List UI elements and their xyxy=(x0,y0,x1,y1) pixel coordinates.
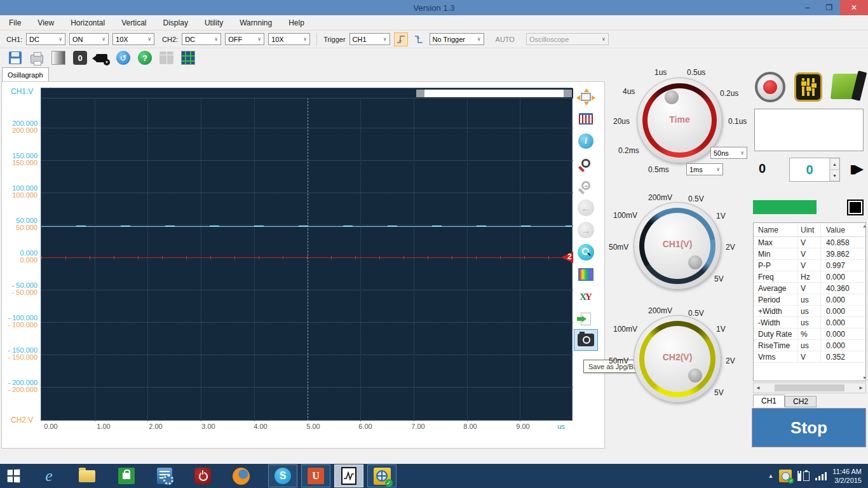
menu-horizontal[interactable]: Horizontal xyxy=(71,18,105,27)
menu-display[interactable]: Display xyxy=(163,18,188,27)
stop-button[interactable]: Stop xyxy=(752,408,866,447)
menu-view[interactable]: View xyxy=(37,18,54,27)
taskbar: e S U ✓ ▲ ✓ 11:46 AM 3/2/2015 xyxy=(0,464,868,488)
table-row: AverageV40.360 xyxy=(754,283,865,294)
ch1-label: CH1: xyxy=(6,36,22,43)
table-horizontal-scrollbar[interactable]: ◄ ► xyxy=(753,383,866,393)
ch1-volts-knob[interactable]: CH1(V) xyxy=(634,202,721,290)
close-button[interactable]: ✕ xyxy=(840,0,868,15)
menu-vertical[interactable]: Vertical xyxy=(121,18,146,27)
table-row: MinV39.862 xyxy=(754,248,865,260)
zoom-in-button[interactable] xyxy=(576,153,596,173)
counter-reset-button[interactable]: 0 xyxy=(72,50,88,65)
spinner-down-button[interactable]: ▼ xyxy=(830,170,839,181)
background-button[interactable] xyxy=(51,50,66,65)
ch2-volts-knob[interactable]: CH2(V) xyxy=(634,315,721,403)
save-button[interactable] xyxy=(8,50,23,65)
pan-scrollbar[interactable] xyxy=(41,88,573,98)
taskbar-oscilloscope-app[interactable] xyxy=(334,464,363,487)
trigger-mode-select[interactable]: No Trigger∨ xyxy=(430,33,484,45)
ch1-coupling-select[interactable]: DC∨ xyxy=(26,33,65,45)
taskbar-power[interactable] xyxy=(189,464,216,488)
scope-display[interactable]: 2 xyxy=(41,88,573,421)
taskbar-explorer[interactable] xyxy=(74,464,100,488)
clock-time: 11:46 AM xyxy=(832,467,862,476)
waveform-app-icon xyxy=(341,467,356,485)
ch1-attenuation-select[interactable]: 10X∨ xyxy=(112,33,154,45)
refresh-button[interactable]: ↺ xyxy=(116,50,131,65)
trigger-source-select[interactable]: CH1∨ xyxy=(349,33,390,45)
taskbar-reader-app[interactable]: U xyxy=(301,464,330,487)
ch2-state-select[interactable]: OFF∨ xyxy=(225,33,264,45)
color-swatch[interactable] xyxy=(847,200,864,215)
record-file-list[interactable] xyxy=(754,109,864,151)
timebase-coarse-select[interactable]: 1ms∨ xyxy=(686,163,723,175)
record-button[interactable] xyxy=(755,72,785,102)
ch2-coupling-select[interactable]: DC∨ xyxy=(182,33,221,45)
menu-file[interactable]: File xyxy=(9,18,21,27)
scroll-thumb xyxy=(775,384,844,391)
menu-warning[interactable]: Warnning xyxy=(240,18,272,27)
frame-spinner[interactable]: 0 ▲ ▼ xyxy=(789,158,840,182)
tray-globe-icon[interactable]: ✓ xyxy=(779,470,792,482)
rising-edge-button[interactable] xyxy=(394,32,408,46)
taskbar-globe-app[interactable]: ✓ xyxy=(367,464,397,487)
pan-handle-right[interactable] xyxy=(564,90,572,97)
windows-logo-icon xyxy=(8,469,20,482)
rising-edge-icon xyxy=(397,35,405,44)
table-vertical-scrollbar[interactable]: ▲ ▼ xyxy=(861,222,868,381)
minimize-button[interactable]: – xyxy=(797,0,818,15)
restore-button[interactable]: ❐ xyxy=(818,0,840,15)
store-icon xyxy=(118,468,135,484)
taskbar-store[interactable] xyxy=(113,464,140,488)
help-button[interactable]: ? xyxy=(137,50,153,65)
search-button[interactable] xyxy=(576,242,596,262)
action-toolbar: 0 ▾ ↺ ? xyxy=(0,48,868,67)
taskbar-skype[interactable]: S xyxy=(268,464,297,487)
menu-help[interactable]: Help xyxy=(288,18,304,27)
tray-power-icon[interactable] xyxy=(797,471,810,481)
tray-network-icon[interactable] xyxy=(815,472,827,480)
taskbar-ie[interactable]: e xyxy=(36,464,62,488)
titlebar: Version 1.3 – ❐ ✕ xyxy=(0,0,868,15)
info-button[interactable]: i xyxy=(576,131,596,151)
ch2-attenuation-select[interactable]: 10X∨ xyxy=(268,33,310,45)
save-icon xyxy=(9,51,22,64)
taskbar-settings[interactable] xyxy=(151,464,178,488)
ch2-knob-indicator xyxy=(688,369,702,383)
table-row: +Widthus0.000 xyxy=(754,306,865,317)
menu-utility[interactable]: Utility xyxy=(205,18,223,27)
tab-ch2[interactable]: CH2 xyxy=(785,396,817,407)
pan-tool-button[interactable] xyxy=(576,86,596,107)
grid-toggle-button[interactable] xyxy=(180,50,196,65)
tray-expand-icon[interactable]: ▲ xyxy=(768,473,773,479)
timebase-fine-select[interactable]: 50ns∨ xyxy=(710,147,747,159)
play-button[interactable]: ▮▶ xyxy=(850,161,862,176)
export-data-button[interactable] xyxy=(576,309,596,329)
time-knob[interactable]: Time xyxy=(637,78,722,163)
falling-edge-button[interactable] xyxy=(412,32,426,46)
cursor-measure-button[interactable] xyxy=(576,109,596,129)
ch1-state-select[interactable]: ON∨ xyxy=(69,33,109,45)
spinner-up-button[interactable]: ▲ xyxy=(830,158,839,170)
x-axis-labels: 0.00 1.00 2.00 3.00 4.00 5.00 6.00 7.00 … xyxy=(2,423,606,431)
save-image-button-inner[interactable] xyxy=(576,330,596,350)
record-video-button[interactable]: ▾ xyxy=(94,50,109,65)
tab-ch1[interactable]: CH1 xyxy=(753,395,785,407)
tab-oscillograph[interactable]: Osillagraph xyxy=(2,67,49,81)
taskbar-clock[interactable]: 11:46 AM 3/2/2015 xyxy=(832,467,862,485)
export-icon xyxy=(581,313,591,325)
taskbar-firefox[interactable] xyxy=(227,464,254,488)
color-palette-button[interactable] xyxy=(576,264,596,285)
print-button[interactable] xyxy=(29,50,44,65)
channel-tabs: CH1 CH2 xyxy=(753,395,817,407)
xy-mode-button[interactable]: XY xyxy=(576,287,596,307)
start-button[interactable] xyxy=(0,464,27,488)
info-icon: i xyxy=(578,133,593,149)
filter-settings-button[interactable] xyxy=(794,72,822,102)
redo-view-button: → xyxy=(576,220,596,240)
chevron-down-icon: ∨ xyxy=(102,36,105,42)
pan-handle-left[interactable] xyxy=(416,90,424,97)
open-folder-button[interactable] xyxy=(832,74,864,100)
ch2-marker-label: 2 xyxy=(567,252,572,261)
